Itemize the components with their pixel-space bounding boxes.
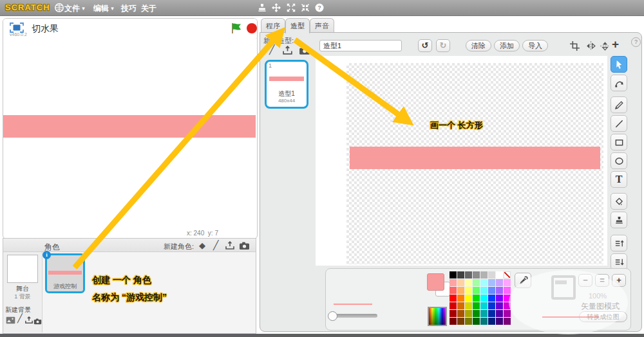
palette-swatch[interactable]	[496, 279, 503, 286]
flip-horizontal-icon[interactable]	[585, 41, 596, 54]
transparent-checker-area[interactable]	[346, 63, 603, 264]
duplicate-stamp-icon[interactable]	[257, 3, 267, 13]
menu-edit[interactable]: 编辑 ▾	[93, 3, 114, 14]
palette-swatch[interactable]	[496, 310, 503, 317]
eyedropper-button[interactable]	[515, 273, 531, 288]
pencil-tool[interactable]	[611, 96, 627, 113]
duplicate-tool[interactable]	[611, 212, 627, 228]
convert-to-bitmap-button[interactable]: 转换成位图	[579, 311, 627, 322]
palette-swatch[interactable]	[504, 295, 511, 302]
set-costume-center-icon[interactable]: +	[612, 37, 619, 51]
paint-new-costume-icon[interactable]: ╱	[269, 44, 274, 55]
camera-costume-icon[interactable]	[299, 46, 310, 58]
tab-scripts[interactable]: 程序	[261, 18, 285, 33]
stage-pink-rectangle-sprite[interactable]	[3, 115, 256, 138]
grow-sprite-icon[interactable]	[286, 3, 296, 13]
palette-swatch[interactable]	[450, 279, 457, 286]
add-button[interactable]: 添加	[494, 40, 520, 51]
paint-help-icon[interactable]: ?	[631, 37, 641, 47]
palette-swatch[interactable]	[450, 287, 457, 294]
paint-new-backdrop-icon[interactable]: ╱	[17, 313, 23, 323]
palette-swatch[interactable]	[457, 271, 464, 278]
palette-swatch[interactable]	[504, 302, 511, 309]
clear-button[interactable]: 清除	[466, 40, 491, 51]
palette-swatch[interactable]	[465, 302, 472, 309]
new-sprite-library-icon[interactable]: ◆	[199, 241, 205, 250]
crop-icon[interactable]	[569, 41, 580, 54]
palette-swatch[interactable]	[465, 271, 472, 278]
palette-swatch[interactable]	[480, 279, 488, 286]
palette-swatch[interactable]	[480, 287, 488, 294]
palette-swatch[interactable]	[488, 295, 495, 302]
rainbow-color-picker[interactable]	[428, 307, 447, 326]
palette-swatch[interactable]	[504, 279, 511, 286]
green-flag-icon[interactable]	[230, 22, 243, 37]
palette-swatch[interactable]	[504, 318, 511, 325]
flip-vertical-icon[interactable]	[600, 41, 611, 54]
stage-canvas[interactable]	[3, 38, 256, 227]
paint-new-sprite-icon[interactable]: ╱	[213, 240, 218, 250]
palette-swatch[interactable]	[488, 318, 495, 325]
palette-swatch[interactable]	[465, 287, 472, 294]
upload-costume-icon[interactable]	[282, 46, 293, 58]
palette-swatch[interactable]	[488, 279, 495, 286]
zoom-reset-button[interactable]: =	[595, 274, 609, 287]
color-fill-tool[interactable]	[611, 193, 627, 210]
zoom-out-button[interactable]: −	[578, 274, 592, 287]
upload-sprite-icon[interactable]	[225, 241, 235, 253]
palette-swatch[interactable]	[496, 287, 503, 294]
drawn-pink-rectangle[interactable]	[350, 147, 600, 169]
zoom-in-button[interactable]: +	[612, 274, 626, 287]
bring-forward-tool[interactable]	[611, 235, 627, 251]
select-tool[interactable]	[611, 56, 627, 73]
palette-swatch[interactable]	[488, 310, 495, 317]
backdrop-library-icon[interactable]	[6, 315, 15, 327]
line-tool[interactable]	[611, 115, 627, 132]
palette-swatch[interactable]	[465, 295, 472, 302]
palette-swatch[interactable]	[480, 310, 488, 317]
redo-button[interactable]: ↻	[436, 39, 450, 52]
camera-backdrop-icon[interactable]	[33, 316, 42, 327]
primary-color-swatch[interactable]	[427, 273, 444, 291]
ellipse-tool[interactable]	[611, 152, 627, 169]
line-width-slider-track[interactable]	[331, 314, 377, 318]
palette-swatch[interactable]	[465, 318, 472, 325]
palette-swatch[interactable]	[450, 271, 457, 278]
menu-about[interactable]: 关于	[141, 3, 156, 14]
palette-swatch[interactable]	[496, 302, 503, 309]
palette-swatch[interactable]	[488, 271, 495, 278]
shrink-sprite-icon[interactable]	[300, 3, 310, 13]
paint-canvas[interactable]	[316, 56, 607, 266]
tab-costumes[interactable]: 造型	[285, 18, 310, 33]
rectangle-tool[interactable]	[611, 134, 627, 150]
language-globe-icon[interactable]	[54, 3, 64, 15]
costume-name-input[interactable]	[319, 40, 402, 51]
palette-swatch[interactable]	[450, 318, 457, 325]
text-tool[interactable]: T	[611, 171, 627, 188]
line-width-slider-handle[interactable]	[328, 311, 337, 321]
palette-swatch[interactable]	[488, 287, 495, 294]
palette-swatch[interactable]	[480, 302, 488, 309]
palette-swatch[interactable]	[473, 271, 480, 278]
palette-swatch[interactable]	[450, 310, 457, 317]
palette-swatch[interactable]	[496, 318, 503, 325]
camera-sprite-icon[interactable]	[239, 241, 250, 253]
upload-backdrop-icon[interactable]	[24, 315, 33, 327]
sprite-info-icon[interactable]: i	[43, 251, 51, 259]
stop-button[interactable]	[247, 23, 257, 33]
palette-swatch[interactable]	[480, 271, 488, 278]
palette-swatch[interactable]	[473, 318, 480, 325]
sprite-thumbnail-selected[interactable]: 游戏控制	[45, 253, 85, 293]
menu-file[interactable]: 文件 ▾	[64, 3, 85, 14]
palette-swatch[interactable]	[473, 295, 480, 302]
palette-swatch[interactable]	[457, 295, 464, 302]
palette-swatch[interactable]	[465, 310, 472, 317]
tab-sounds[interactable]: 声音	[310, 18, 334, 33]
palette-swatch[interactable]	[473, 279, 480, 286]
palette-swatch[interactable]	[465, 279, 472, 286]
palette-swatch[interactable]	[450, 295, 457, 302]
costume-list-item-selected[interactable]: 1 造型1 480x44	[265, 60, 308, 109]
palette-swatch[interactable]	[457, 287, 464, 294]
palette-swatch[interactable]	[457, 318, 464, 325]
help-icon[interactable]: ?	[314, 3, 325, 13]
